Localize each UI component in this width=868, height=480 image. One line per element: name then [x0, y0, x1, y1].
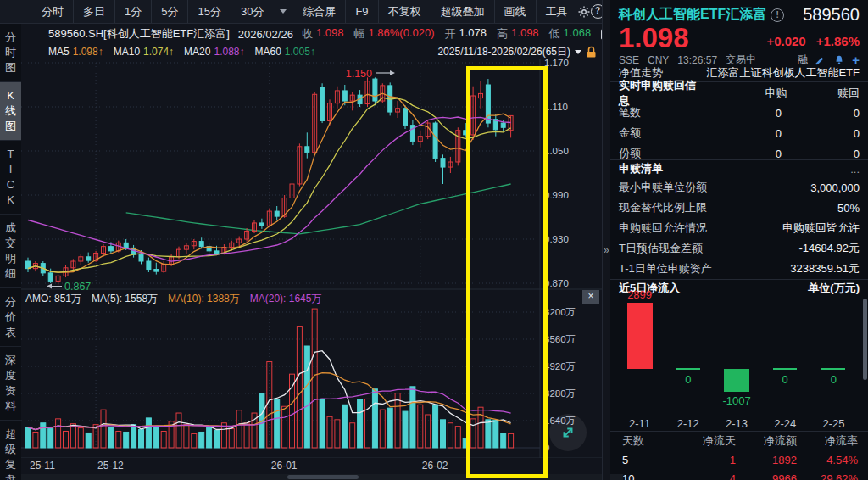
svg-text:3280万: 3280万 — [544, 388, 576, 399]
svg-text:4920万: 4920万 — [544, 361, 576, 371]
table-row[interactable]: 5118924.54% — [610, 450, 868, 469]
period-dropdown-caret[interactable] — [273, 9, 293, 14]
svg-text:6560万: 6560万 — [544, 334, 576, 344]
field-value: 1.098 — [511, 26, 539, 42]
collapse-panel-chevron[interactable]: » — [604, 244, 609, 256]
cell: 0 — [688, 127, 782, 140]
range-dropdown-caret[interactable] — [575, 50, 581, 54]
settings-gear-icon[interactable] — [577, 0, 591, 23]
cell: 3,000,000 — [810, 181, 860, 194]
flow-value-label: -1007 — [712, 394, 760, 407]
period-tab-分时[interactable]: 分时 — [32, 0, 74, 23]
column-header: 净流率 — [797, 433, 858, 449]
cell: -14684.92元 — [798, 241, 860, 256]
cell: 5 — [620, 454, 675, 466]
realtime-row-金额: 金额00 — [610, 123, 868, 143]
flow-bar-2-24: 0 — [761, 297, 810, 416]
list-row-最小申赎单位份额: 最小申赎单位份额3,000,000 — [610, 177, 868, 198]
ma-label: MA10 — [114, 46, 140, 58]
period-tab-1分[interactable]: 1分 — [115, 0, 152, 23]
sidebar-item-成交明细[interactable]: 成交明细 — [0, 215, 21, 288]
field-label: 开 — [445, 26, 456, 42]
sidebar-item-超级复盘[interactable]: 超级复盘 — [0, 421, 21, 480]
period-tab-15分[interactable]: 15分 — [188, 0, 231, 23]
more-ellipsis[interactable]: ... — [850, 163, 860, 176]
nav-value: 汇添富上证科创板人工智能ETF — [706, 65, 860, 81]
kline-chart-region[interactable]: 1.1701.1101.0500.9900.9300.8708200万6560万… — [21, 59, 602, 480]
lock-icon[interactable] — [586, 46, 597, 59]
horizontal-scrollbar[interactable] — [21, 474, 623, 480]
cell: 0 — [782, 148, 860, 160]
list-row-T日预估现金差额: T日预估现金差额-14684.92元 — [610, 238, 868, 259]
trading-app-window: 分时多日1分5分15分30分 综合屏F9不复权超级叠加画线工具 ? > 5895… — [0, 0, 868, 480]
cell: 1 — [675, 454, 736, 466]
flow-bar-2-12: 0 — [664, 297, 712, 416]
sidebar-item-K线图[interactable]: K线图 — [0, 82, 21, 141]
column-header: 天数 — [620, 433, 675, 449]
field-value: 1.068 — [564, 26, 592, 42]
column-header: 净流额 — [736, 433, 797, 449]
quote-info-bar: 589560.SH[科创人工智能ETF汇添富] 2026/02/26 收1.09… — [21, 24, 602, 44]
tool-button-综合屏[interactable]: 综合屏 — [293, 0, 346, 23]
expand-arrows-icon — [555, 420, 581, 445]
symbol-label[interactable]: 589560.SH[科创人工智能ETF汇添富] — [48, 26, 230, 42]
ma-item-MA20: MA201.088↑ — [184, 46, 244, 58]
cell: 4 — [675, 472, 736, 480]
cell: 最小申赎单位份额 — [619, 180, 707, 195]
field-幅: 幅1.86%(0.020) — [353, 26, 434, 42]
period-tab-30分[interactable]: 30分 — [231, 0, 273, 23]
period-tab-多日[interactable]: 多日 — [74, 0, 115, 23]
net-inflow-bar-chart: 28990-100700 — [615, 297, 858, 416]
tool-button-F9[interactable]: F9 — [346, 0, 378, 23]
chevron-down-icon — [280, 9, 287, 14]
flow-bar-2-11: 2899 — [615, 297, 664, 416]
field-value: 1.078 — [459, 26, 487, 42]
svg-text:0.867: 0.867 — [64, 281, 91, 293]
fund-title[interactable]: 科创人工智能ETF汇添富 — [619, 6, 766, 24]
tool-button-group: 综合屏F9不复权超级叠加画线工具 — [293, 0, 576, 23]
table-row[interactable]: 104996629.62% — [610, 469, 868, 480]
expand-chart-button[interactable] — [549, 414, 587, 451]
column-header: 净流天 — [675, 433, 736, 449]
x-axis-label-25-12: 25-12 — [97, 460, 124, 472]
field-开: 开1.078 — [445, 26, 487, 42]
cell: 0 — [688, 107, 782, 120]
vertical-scrollbar-thumb[interactable] — [863, 299, 867, 380]
tool-button-画线[interactable]: 画线 — [495, 0, 537, 23]
tool-button-不复权[interactable]: 不复权 — [379, 0, 431, 23]
candlestick-chart-canvas[interactable]: 1.1701.1101.0500.9900.9300.8708200万6560万… — [21, 59, 602, 458]
list-row-申购赎回允许情况: 申购赎回允许情况申购赎回皆允许 — [610, 218, 868, 238]
flow-zero-dash — [676, 368, 700, 370]
realtime-rows: 笔数00金额00份额00 — [610, 103, 868, 164]
cell: 10 — [620, 472, 675, 480]
cell: 0 — [688, 148, 782, 160]
panel-divider[interactable]: » — [602, 0, 610, 480]
close-indicator-button[interactable]: × — [582, 290, 599, 304]
ma-label: MA60 — [255, 46, 281, 58]
sidebar-item-TICK[interactable]: TICK — [0, 141, 21, 215]
tool-button-超级叠加[interactable]: 超级叠加 — [431, 0, 495, 23]
sidebar-item-分时图[interactable]: 分时图 — [0, 24, 21, 82]
cell: 笔数 — [619, 105, 641, 120]
sidebar-item-深度资料[interactable]: 深度资料 — [0, 347, 21, 421]
flow-zero-dash — [773, 368, 797, 370]
cell: 0 — [782, 107, 860, 120]
scrollbar-thumb[interactable] — [287, 475, 359, 479]
tool-button-工具[interactable]: 工具 — [537, 0, 577, 23]
price-change: +0.020 — [766, 34, 805, 48]
date-range-label: 2025/11/18-2026/02/26(65日) — [437, 45, 570, 59]
realtime-section-header: 实时申购赎回信息 申购 赎回 — [610, 84, 868, 103]
cell: T-1日单位申赎资产 — [619, 261, 712, 276]
cell: 申购赎回皆允许 — [782, 220, 860, 236]
flow-value-label: 2899 — [615, 288, 664, 301]
sidebar-item-分价表[interactable]: 分价表 — [0, 288, 21, 347]
cell: 9966 — [736, 472, 797, 480]
period-tab-5分[interactable]: 5分 — [152, 0, 188, 23]
fund-list-rows: 最小申赎单位份额3,000,000现金替代比例上限50%申购赎回允许情况申购赎回… — [610, 177, 868, 279]
last-price: 1.098 — [619, 23, 689, 53]
list-section-header[interactable]: 申赎清单 ... — [610, 159, 868, 177]
svg-text:0.870: 0.870 — [544, 278, 569, 288]
field-label: 幅 — [353, 26, 364, 42]
quote-header: 科创人工智能ETF汇添富 ! 589560 1.098 +0.020 +1.86… — [610, 0, 868, 64]
info-icon[interactable]: ! — [771, 8, 784, 22]
